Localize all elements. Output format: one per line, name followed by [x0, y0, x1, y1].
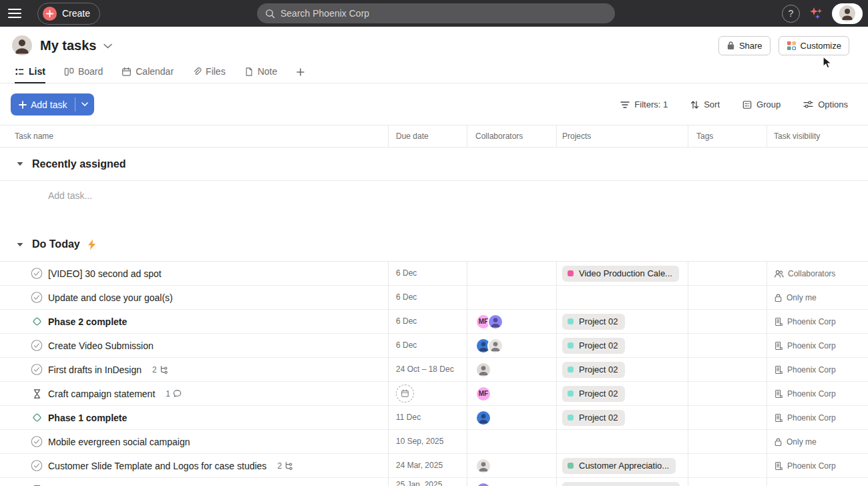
collaborators-cell[interactable] [467, 406, 556, 429]
tags-cell[interactable] [688, 454, 767, 477]
task-row[interactable]: [VIDEO] 30 second ad spot6 DecVideo Prod… [0, 262, 868, 286]
collaborator-avatar[interactable] [475, 482, 491, 486]
collaborators-cell[interactable]: MF [467, 310, 556, 333]
collaborator-avatar[interactable] [475, 362, 491, 378]
projects-cell[interactable]: Project 02 [556, 358, 688, 381]
section-name[interactable]: Recently assigned [32, 158, 126, 170]
task-visibility-cell[interactable]: Only me [767, 286, 868, 309]
help-button[interactable]: ? [782, 5, 800, 23]
due-date-cell[interactable]: 6 Dec [388, 286, 467, 309]
projects-cell[interactable]: Request for Creative P... [556, 478, 688, 486]
check-icon[interactable] [31, 435, 43, 448]
task-name-cell[interactable]: Mobile evergreen social campaign [0, 430, 388, 453]
projects-cell[interactable]: Project 02 [556, 334, 688, 357]
column-header-due-date[interactable]: Due date [388, 126, 467, 147]
task-name[interactable]: Craft campaign statement [48, 389, 155, 399]
filters-button[interactable]: Filters: 1 [620, 99, 668, 109]
task-name-cell[interactable]: [VIDEO] 30 second ad spot [0, 262, 388, 285]
task-name[interactable]: Phase 2 complete [48, 316, 127, 327]
profile-menu-button[interactable] [832, 3, 863, 24]
task-visibility-cell[interactable]: Collaborators [767, 262, 868, 285]
project-pill[interactable]: Project 02 [562, 410, 625, 426]
task-visibility-cell[interactable]: Phoenix Corp [767, 382, 868, 405]
task-visibility-cell[interactable]: Phoenix Corp [767, 310, 868, 333]
check-icon[interactable] [31, 459, 43, 472]
task-name-cell[interactable]: Craft campaign statement1 [0, 382, 388, 405]
task-name-cell[interactable]: Update and close your goal(s) [0, 286, 388, 309]
add-task-button[interactable]: Add task [11, 93, 94, 115]
tags-cell[interactable] [688, 334, 767, 357]
milestone-icon[interactable] [31, 412, 43, 423]
due-date-cell[interactable]: 11 Dec [388, 406, 467, 429]
tags-cell[interactable] [688, 430, 767, 453]
due-date-cell[interactable]: 24 Mar, 2025 [388, 454, 467, 477]
project-pill[interactable]: Project 02 [562, 386, 625, 402]
projects-cell[interactable]: Project 02 [556, 406, 688, 429]
task-name[interactable]: Mobile evergreen social campaign [48, 437, 190, 447]
collapse-triangle-icon[interactable] [17, 242, 23, 247]
collaborators-cell[interactable] [467, 430, 556, 453]
options-button[interactable]: Options [803, 99, 848, 109]
tab-board[interactable]: Board [64, 66, 103, 83]
due-date-cell[interactable]: 6 Dec [388, 262, 467, 285]
collaborators-cell[interactable]: MF [467, 382, 556, 405]
collaborator-avatar[interactable]: MF [475, 386, 491, 402]
section-name[interactable]: Do Today [32, 238, 80, 250]
projects-cell[interactable]: Project 02 [556, 382, 688, 405]
due-date-cell[interactable]: 25 Jan, 2025 – 31 Jan, 2025 [388, 478, 467, 486]
tags-cell[interactable] [688, 382, 767, 405]
collaborator-avatar[interactable] [475, 458, 491, 474]
collaborators-cell[interactable] [467, 478, 556, 486]
hourglass-icon[interactable] [31, 389, 43, 399]
task-row[interactable]: Craft campaign statement1MFProject 02Pho… [0, 382, 868, 406]
projects-cell[interactable]: Project 02 [556, 310, 688, 333]
check-icon[interactable] [31, 339, 43, 352]
task-name[interactable]: [VIDEO] 30 second ad spot [48, 268, 162, 279]
collaborator-avatar[interactable] [487, 338, 503, 354]
ai-sparkles-icon[interactable] [808, 5, 824, 21]
task-row[interactable]: Customer Slide Template and Logos for ca… [0, 454, 868, 478]
due-date-cell[interactable]: 6 Dec [388, 310, 467, 333]
task-row[interactable]: Phase 2 complete6 DecMFProject 02Phoenix… [0, 310, 868, 334]
column-header-tags[interactable]: Tags [688, 126, 767, 147]
tags-cell[interactable] [688, 406, 767, 429]
task-row[interactable]: Mobile evergreen social campaign10 Sep, … [0, 430, 868, 454]
tags-cell[interactable] [688, 262, 767, 285]
tags-cell[interactable] [688, 358, 767, 381]
tags-cell[interactable] [688, 478, 767, 486]
sort-button[interactable]: Sort [690, 99, 720, 109]
chevron-down-icon[interactable] [103, 39, 112, 51]
task-name[interactable]: Phase 1 complete [48, 413, 127, 423]
project-pill[interactable]: Request for Creative P... [562, 482, 680, 486]
task-name[interactable]: First drafts in InDesign [48, 364, 142, 375]
task-row[interactable]: Create Video Submission6 DecProject 02Ph… [0, 334, 868, 358]
search-input[interactable]: Search Phoenix Corp [257, 3, 615, 23]
due-date-cell[interactable]: 24 Oct – 18 Dec [388, 358, 467, 381]
tags-cell[interactable] [688, 286, 767, 309]
task-visibility-cell[interactable]: Phoenix Corp [767, 478, 868, 486]
project-pill[interactable]: Project 02 [562, 314, 625, 330]
project-pill[interactable]: Project 02 [562, 362, 625, 378]
column-header-task-visibility[interactable]: Task visibility [767, 126, 868, 147]
task-row[interactable]: First drafts in InDesign224 Oct – 18 Dec… [0, 358, 868, 382]
task-name[interactable]: Update and close your goal(s) [48, 292, 173, 303]
add-due-date-button[interactable] [396, 385, 414, 403]
projects-cell[interactable]: Customer Appreciatio... [556, 454, 688, 477]
collaborators-cell[interactable] [467, 334, 556, 357]
collaborators-cell[interactable] [467, 358, 556, 381]
customize-button[interactable]: Customize [779, 36, 849, 55]
group-button[interactable]: Group [742, 99, 781, 109]
task-row[interactable]: Update and close your goal(s)6 DecOnly m… [0, 286, 868, 310]
collaborators-cell[interactable] [467, 262, 556, 285]
share-button[interactable]: Share [718, 36, 771, 55]
task-name-cell[interactable]: Host trainings [0, 478, 388, 486]
add-view-tab-button[interactable] [296, 67, 305, 83]
collapse-triangle-icon[interactable] [17, 162, 23, 166]
projects-cell[interactable]: Video Production Cale... [556, 262, 688, 285]
hamburger-menu-icon[interactable] [0, 0, 29, 27]
task-visibility-cell[interactable]: Only me [767, 430, 868, 453]
check-icon[interactable] [31, 267, 43, 280]
project-pill[interactable]: Project 02 [562, 338, 625, 354]
due-date-cell[interactable] [388, 382, 467, 405]
projects-cell[interactable] [556, 286, 688, 309]
